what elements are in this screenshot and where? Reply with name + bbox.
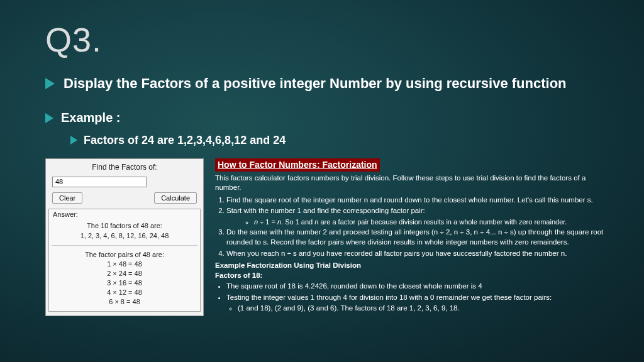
example-subtitle: Factors of 18: [215, 271, 609, 281]
step-item: Find the square root of the integer numb… [226, 195, 609, 206]
example-title: Example Factorization Using Trial Divisi… [215, 261, 609, 271]
answer-factors: 1, 2, 3, 4, 6, 8, 12, 16, 24, 48 [52, 231, 197, 241]
step-item: Do the same with the number 2 and procee… [226, 228, 609, 247]
step2-sub-text: So 1 and n are a factor pair because div… [285, 218, 567, 226]
pair-row: 2 × 24 = 48 [52, 269, 197, 278]
example-subitem: (1 and 18), (2 and 9), (3 and 6). The fa… [238, 304, 609, 314]
slide-title: Q3. [45, 20, 609, 59]
explanation: How to Factor Numbers: Factorization Thi… [215, 158, 609, 317]
answer-line-2: The factor pairs of 48 are: [52, 250, 197, 260]
pair-row: 1 × 48 = 48 [52, 260, 197, 269]
pair-row: 6 × 8 = 48 [52, 297, 197, 307]
answer-line-1: The 10 factors of 48 are: [52, 221, 197, 231]
answer-panel: Answer: The 10 factors of 48 are: 1, 2, … [48, 209, 201, 312]
calculate-button[interactable]: Calculate [154, 192, 197, 204]
calc-heading: Find the Factors of: [46, 159, 203, 174]
factor-calculator: Find the Factors of: Clear Calculate Ans… [45, 158, 204, 317]
bullet-2-text: Example : [61, 111, 120, 125]
answer-label: Answer: [49, 209, 200, 219]
clear-button[interactable]: Clear [52, 192, 82, 204]
explanation-heading: How to Factor Numbers: Factorization [215, 158, 380, 172]
example-item: The square root of 18 is 4.2426, rounded… [226, 282, 609, 292]
bullet-1: Display the Factors of a positive intege… [45, 74, 609, 93]
pair-row: 4 × 12 = 48 [52, 288, 197, 297]
factor-pairs: 1 × 48 = 48 2 × 24 = 48 3 × 16 = 48 4 × … [52, 260, 197, 306]
bullet-2: Example : [45, 111, 609, 125]
number-input[interactable] [52, 177, 147, 187]
slide: Q3. Display the Factors of a positive in… [0, 0, 644, 362]
pair-row: 3 × 16 = 48 [52, 278, 197, 288]
steps-list: Find the square root of the integer numb… [226, 195, 609, 258]
bullet-1-text: Display the Factors of a positive intege… [64, 74, 567, 93]
example-item: Testing the integer values 1 through 4 f… [226, 293, 609, 314]
play-icon [45, 78, 55, 89]
explanation-intro: This factors calculator factors numbers … [215, 173, 609, 193]
step-subitem: n ÷ 1 = n. So 1 and n are a factor pair … [254, 217, 609, 227]
step-item: When you reach n ÷ s and you have record… [226, 249, 609, 259]
example-list: The square root of 18 is 4.2426, rounded… [226, 282, 609, 314]
step-item: Start with the number 1 and find the cor… [226, 206, 609, 226]
play-icon [45, 113, 53, 123]
bullet-3-text: Factors of 24 are 1,2,3,4,6,8,12 and 24 [84, 134, 286, 147]
bullet-3: Factors of 24 are 1,2,3,4,6,8,12 and 24 [70, 134, 609, 147]
content-columns: Find the Factors of: Clear Calculate Ans… [45, 158, 609, 317]
play-icon [70, 136, 77, 145]
